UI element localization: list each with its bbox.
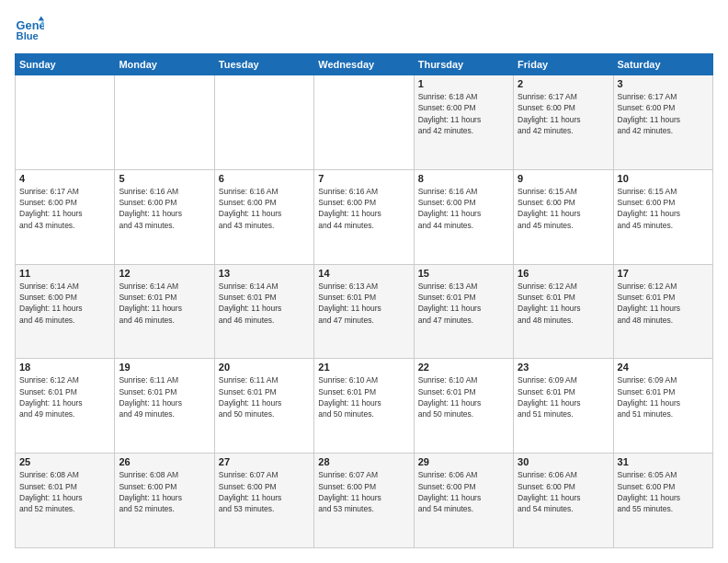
day-number: 29 <box>418 456 509 467</box>
cell-info: Sunrise: 6:12 AM Sunset: 6:01 PM Dayligh… <box>518 281 609 326</box>
calendar-cell: 5Sunrise: 6:16 AM Sunset: 6:00 PM Daylig… <box>115 169 214 264</box>
calendar-cell <box>314 75 414 170</box>
cell-info: Sunrise: 6:15 AM Sunset: 6:00 PM Dayligh… <box>518 186 609 231</box>
calendar-cell: 7Sunrise: 6:16 AM Sunset: 6:00 PM Daylig… <box>314 169 414 264</box>
calendar-cell: 18Sunrise: 6:12 AM Sunset: 6:01 PM Dayli… <box>16 359 115 454</box>
cell-info: Sunrise: 6:15 AM Sunset: 6:00 PM Dayligh… <box>618 186 709 231</box>
cell-info: Sunrise: 6:08 AM Sunset: 6:01 PM Dayligh… <box>19 469 110 514</box>
calendar-cell: 14Sunrise: 6:13 AM Sunset: 6:01 PM Dayli… <box>314 264 414 359</box>
day-number: 18 <box>19 362 110 373</box>
column-header-tuesday: Tuesday <box>214 54 313 75</box>
calendar-cell <box>115 75 214 170</box>
day-number: 26 <box>119 456 210 467</box>
day-number: 23 <box>518 362 609 373</box>
day-number: 15 <box>418 268 509 279</box>
calendar-cell: 17Sunrise: 6:12 AM Sunset: 6:01 PM Dayli… <box>613 264 712 359</box>
calendar-cell: 29Sunrise: 6:06 AM Sunset: 6:00 PM Dayli… <box>414 454 513 548</box>
column-header-monday: Monday <box>115 54 214 75</box>
day-number: 4 <box>19 173 110 184</box>
column-header-sunday: Sunday <box>16 54 115 75</box>
calendar-cell: 3Sunrise: 6:17 AM Sunset: 6:00 PM Daylig… <box>613 75 712 170</box>
week-row-2: 4Sunrise: 6:17 AM Sunset: 6:00 PM Daylig… <box>16 169 713 264</box>
column-header-friday: Friday <box>514 54 613 75</box>
day-number: 30 <box>518 456 609 467</box>
calendar-cell: 25Sunrise: 6:08 AM Sunset: 6:01 PM Dayli… <box>16 454 115 548</box>
day-number: 14 <box>318 268 409 279</box>
calendar-cell: 1Sunrise: 6:18 AM Sunset: 6:00 PM Daylig… <box>414 75 513 170</box>
week-row-4: 18Sunrise: 6:12 AM Sunset: 6:01 PM Dayli… <box>16 359 713 454</box>
day-number: 19 <box>119 362 210 373</box>
calendar-cell: 6Sunrise: 6:16 AM Sunset: 6:00 PM Daylig… <box>214 169 313 264</box>
calendar-cell: 21Sunrise: 6:10 AM Sunset: 6:01 PM Dayli… <box>314 359 414 454</box>
cell-info: Sunrise: 6:08 AM Sunset: 6:00 PM Dayligh… <box>119 469 210 514</box>
cell-info: Sunrise: 6:10 AM Sunset: 6:01 PM Dayligh… <box>318 374 409 419</box>
cell-info: Sunrise: 6:11 AM Sunset: 6:01 PM Dayligh… <box>119 374 210 419</box>
day-number: 9 <box>518 173 609 184</box>
day-number: 13 <box>219 268 310 279</box>
week-row-1: 1Sunrise: 6:18 AM Sunset: 6:00 PM Daylig… <box>16 75 713 170</box>
day-number: 6 <box>219 173 310 184</box>
day-number: 12 <box>119 268 210 279</box>
page: General Blue SundayMondayTuesdayWednesda… <box>0 0 728 563</box>
cell-info: Sunrise: 6:14 AM Sunset: 6:01 PM Dayligh… <box>219 281 310 326</box>
cell-info: Sunrise: 6:17 AM Sunset: 6:00 PM Dayligh… <box>518 91 609 136</box>
column-header-thursday: Thursday <box>414 54 513 75</box>
day-number: 28 <box>318 456 409 467</box>
week-row-3: 11Sunrise: 6:14 AM Sunset: 6:00 PM Dayli… <box>16 264 713 359</box>
calendar-cell: 30Sunrise: 6:06 AM Sunset: 6:00 PM Dayli… <box>514 454 613 548</box>
cell-info: Sunrise: 6:14 AM Sunset: 6:01 PM Dayligh… <box>119 281 210 326</box>
cell-info: Sunrise: 6:16 AM Sunset: 6:00 PM Dayligh… <box>219 186 310 231</box>
calendar-cell: 27Sunrise: 6:07 AM Sunset: 6:00 PM Dayli… <box>214 454 313 548</box>
day-number: 22 <box>418 362 509 373</box>
day-number: 2 <box>518 78 609 89</box>
day-number: 8 <box>418 173 509 184</box>
cell-info: Sunrise: 6:16 AM Sunset: 6:00 PM Dayligh… <box>119 186 210 231</box>
calendar-cell: 22Sunrise: 6:10 AM Sunset: 6:01 PM Dayli… <box>414 359 513 454</box>
calendar-cell <box>16 75 115 170</box>
calendar-cell: 31Sunrise: 6:05 AM Sunset: 6:00 PM Dayli… <box>613 454 712 548</box>
week-row-5: 25Sunrise: 6:08 AM Sunset: 6:01 PM Dayli… <box>16 454 713 548</box>
cell-info: Sunrise: 6:14 AM Sunset: 6:00 PM Dayligh… <box>19 281 110 326</box>
calendar-table: SundayMondayTuesdayWednesdayThursdayFrid… <box>15 53 713 548</box>
cell-info: Sunrise: 6:07 AM Sunset: 6:00 PM Dayligh… <box>318 469 409 514</box>
day-number: 5 <box>119 173 210 184</box>
day-number: 10 <box>618 173 709 184</box>
day-number: 16 <box>518 268 609 279</box>
day-number: 17 <box>618 268 709 279</box>
day-number: 1 <box>418 78 509 89</box>
column-header-wednesday: Wednesday <box>314 54 414 75</box>
calendar-cell: 15Sunrise: 6:13 AM Sunset: 6:01 PM Dayli… <box>414 264 513 359</box>
calendar-cell: 23Sunrise: 6:09 AM Sunset: 6:01 PM Dayli… <box>514 359 613 454</box>
calendar-cell: 11Sunrise: 6:14 AM Sunset: 6:00 PM Dayli… <box>16 264 115 359</box>
day-number: 20 <box>219 362 310 373</box>
svg-text:Blue: Blue <box>17 30 39 41</box>
header: General Blue <box>15 15 713 44</box>
calendar-cell: 10Sunrise: 6:15 AM Sunset: 6:00 PM Dayli… <box>613 169 712 264</box>
cell-info: Sunrise: 6:05 AM Sunset: 6:00 PM Dayligh… <box>618 469 709 514</box>
calendar-cell: 24Sunrise: 6:09 AM Sunset: 6:01 PM Dayli… <box>613 359 712 454</box>
day-number: 7 <box>318 173 409 184</box>
cell-info: Sunrise: 6:06 AM Sunset: 6:00 PM Dayligh… <box>418 469 509 514</box>
calendar-cell: 28Sunrise: 6:07 AM Sunset: 6:00 PM Dayli… <box>314 454 414 548</box>
day-number: 21 <box>318 362 409 373</box>
cell-info: Sunrise: 6:12 AM Sunset: 6:01 PM Dayligh… <box>19 374 110 419</box>
calendar-cell: 19Sunrise: 6:11 AM Sunset: 6:01 PM Dayli… <box>115 359 214 454</box>
column-header-saturday: Saturday <box>613 54 712 75</box>
calendar-cell: 13Sunrise: 6:14 AM Sunset: 6:01 PM Dayli… <box>214 264 313 359</box>
day-number: 3 <box>618 78 709 89</box>
calendar-cell: 2Sunrise: 6:17 AM Sunset: 6:00 PM Daylig… <box>514 75 613 170</box>
cell-info: Sunrise: 6:06 AM Sunset: 6:00 PM Dayligh… <box>518 469 609 514</box>
day-number: 24 <box>618 362 709 373</box>
day-number: 25 <box>19 456 110 467</box>
calendar-cell: 4Sunrise: 6:17 AM Sunset: 6:00 PM Daylig… <box>16 169 115 264</box>
cell-info: Sunrise: 6:16 AM Sunset: 6:00 PM Dayligh… <box>318 186 409 231</box>
cell-info: Sunrise: 6:07 AM Sunset: 6:00 PM Dayligh… <box>219 469 310 514</box>
cell-info: Sunrise: 6:11 AM Sunset: 6:01 PM Dayligh… <box>219 374 310 419</box>
cell-info: Sunrise: 6:18 AM Sunset: 6:00 PM Dayligh… <box>418 91 509 136</box>
cell-info: Sunrise: 6:12 AM Sunset: 6:01 PM Dayligh… <box>618 281 709 326</box>
calendar-cell <box>214 75 313 170</box>
cell-info: Sunrise: 6:09 AM Sunset: 6:01 PM Dayligh… <box>518 374 609 419</box>
logo-icon: General Blue <box>15 15 44 44</box>
day-number: 11 <box>19 268 110 279</box>
day-number: 27 <box>219 456 310 467</box>
